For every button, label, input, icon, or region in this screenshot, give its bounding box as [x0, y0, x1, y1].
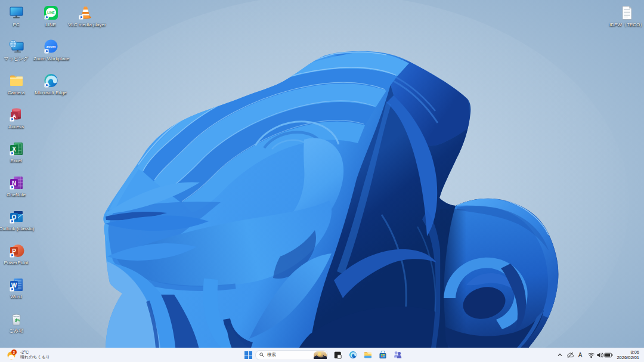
svg-text:LINE: LINE: [47, 11, 55, 14]
svg-text:zoom: zoom: [46, 45, 55, 48]
